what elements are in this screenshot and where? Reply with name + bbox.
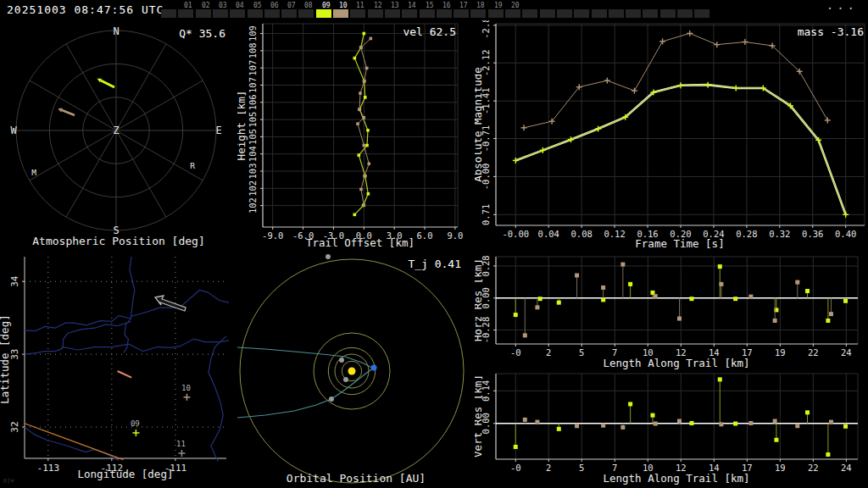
frame-label: 11 [356, 2, 364, 9]
svg-text:W: W [10, 125, 17, 136]
frame-square[interactable] [592, 9, 607, 18]
ground-map-plot: -113-112-111343332091011Longitude [deg]L… [0, 254, 237, 488]
frame-square-03[interactable] [213, 9, 228, 18]
frame-label: 03 [219, 2, 227, 9]
frame-square[interactable] [694, 9, 709, 18]
frame-label: 13 [391, 2, 399, 9]
svg-text:22: 22 [808, 463, 819, 473]
svg-text:105: 105 [248, 112, 258, 128]
frame-square[interactable] [609, 9, 624, 18]
svg-text:-0: -0 [510, 463, 521, 473]
frame-label: 18 [476, 2, 485, 9]
svg-text:Latitude [deg]: Latitude [deg] [0, 314, 11, 403]
svg-text:5: 5 [579, 347, 584, 358]
frame-square-13[interactable] [385, 9, 400, 18]
magnitude-plot: -0.000.040.080.120.160.200.240.280.320.3… [475, 20, 868, 254]
panel-horz-residuals: -0257101214171922240.280.00-0.28Length A… [475, 254, 868, 371]
frame-square-15[interactable] [420, 9, 435, 18]
frame-square-08[interactable] [298, 9, 314, 18]
frame-square-16[interactable] [437, 9, 452, 18]
overflow-menu[interactable]: ··· [826, 2, 858, 15]
svg-text:Horz Res [km]: Horz Res [km] [475, 258, 484, 341]
trail-offset-plot: -9.0-6.0-3.00.03.06.09.01091081071071061… [237, 20, 475, 254]
frame-square[interactable] [574, 9, 589, 18]
frame-label: 14 [408, 2, 416, 9]
frame-square[interactable] [626, 9, 641, 18]
svg-text:104: 104 [248, 146, 258, 162]
svg-text:10: 10 [181, 384, 191, 392]
svg-text:0.04: 0.04 [538, 229, 559, 239]
frame-square-01[interactable] [178, 9, 193, 18]
frame-square[interactable] [522, 9, 537, 18]
svg-text:107: 107 [248, 60, 258, 76]
frame-square-07[interactable] [281, 9, 297, 18]
svg-text:-9.0: -9.0 [262, 230, 283, 241]
svg-text:-113: -113 [37, 463, 60, 474]
frame-square-20[interactable] [505, 9, 520, 18]
frame-square-09[interactable] [316, 9, 331, 18]
svg-text:0.12: 0.12 [604, 229, 625, 239]
horz-residuals-plot: -0257101214171922240.280.00-0.28Length A… [475, 254, 868, 371]
svg-text:0.28: 0.28 [736, 229, 757, 239]
svg-text:2: 2 [546, 347, 551, 358]
svg-text:0.36: 0.36 [802, 229, 823, 239]
watermark: pjw [3, 477, 14, 484]
frame-label: 02 [202, 2, 210, 9]
svg-text:107: 107 [248, 77, 258, 93]
panel-atmospheric-position: Q* 35.6 NSEWZMR Atmospheric Position [de… [0, 20, 237, 254]
frame-square-11[interactable] [350, 9, 365, 18]
frame-label: 16 [442, 2, 451, 9]
svg-text:Frame Time [s]: Frame Time [s] [635, 237, 724, 250]
frame-square-05[interactable] [248, 9, 263, 18]
frame-square-10[interactable] [333, 9, 348, 18]
svg-text:11: 11 [176, 440, 186, 448]
svg-text:0.08: 0.08 [571, 229, 593, 239]
frame-square-19[interactable] [488, 9, 504, 18]
frame-label: 07 [287, 2, 296, 9]
panel-orbit: T_j 0.41 Orbital Position [AU] [237, 254, 475, 488]
svg-text:108: 108 [248, 42, 258, 58]
frame-square-12[interactable] [368, 9, 383, 18]
svg-text:Vert Res [km]: Vert Res [km] [475, 374, 484, 458]
svg-text:6.0: 6.0 [417, 230, 433, 241]
svg-text:24: 24 [841, 463, 852, 473]
svg-text:2: 2 [546, 463, 551, 473]
timestamp: 20251003 08:47:56 UTC [7, 3, 164, 16]
frame-square[interactable] [660, 9, 676, 18]
frame-square-17[interactable] [453, 9, 469, 18]
svg-text:Height [km]: Height [km] [237, 91, 248, 161]
frame-square[interactable] [557, 9, 572, 18]
frame-square-18[interactable] [470, 9, 486, 18]
svg-text:E: E [215, 125, 221, 136]
svg-text:Trail Offset [km]: Trail Offset [km] [306, 236, 415, 249]
atmospheric-polar-plot: NSEWZMR [0, 20, 237, 254]
atmos-caption: Atmospheric Position [deg] [0, 235, 237, 247]
panel-ground-map: -113-112-111343332091011Longitude [deg]L… [0, 254, 237, 488]
svg-text:5: 5 [579, 463, 584, 473]
svg-text:105: 105 [248, 129, 258, 145]
svg-text:0.32: 0.32 [769, 229, 790, 239]
frame-square[interactable] [643, 9, 658, 18]
frame-square-14[interactable] [402, 9, 417, 18]
frame-square[interactable] [161, 9, 176, 18]
svg-text:24: 24 [841, 347, 852, 358]
frame-label: 09 [322, 2, 331, 9]
frame-square[interactable] [677, 9, 693, 18]
frame-square[interactable] [540, 9, 555, 18]
svg-text:R: R [190, 161, 195, 170]
vert-residuals-plot: -0257101214171922240.140.00Length Along … [475, 371, 868, 488]
frame-square-06[interactable] [264, 9, 280, 18]
svg-text:09: 09 [131, 419, 140, 428]
svg-text:102: 102 [248, 180, 258, 197]
svg-text:19: 19 [775, 463, 786, 473]
frame-label: 12 [374, 2, 382, 9]
top-bar: 20251003 08:47:56 UTC 010203040506070809… [0, 0, 868, 20]
frame-square-04[interactable] [230, 9, 245, 18]
orbit-caption: Orbital Position [AU] [237, 472, 475, 485]
panel-trail-offset: vel 62.5 -9.0-6.0-3.00.03.06.09.01091081… [237, 20, 475, 254]
svg-text:N: N [113, 25, 119, 37]
panel-vert-residuals: -0257101214171922240.140.00Length Along … [475, 371, 868, 488]
frame-square-02[interactable] [196, 9, 211, 18]
panel-light-curve: mass -3.16 -0.000.040.080.120.160.200.24… [475, 20, 868, 254]
atmos-title: Q* 35.6 [179, 27, 225, 40]
